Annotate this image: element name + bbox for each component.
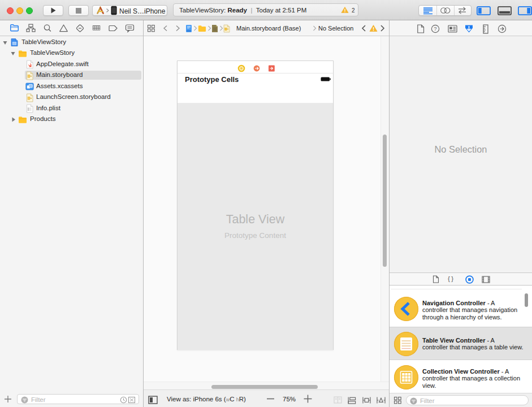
svg-text:?: ? [434, 25, 436, 32]
svg-text:2: 2 [352, 7, 355, 14]
